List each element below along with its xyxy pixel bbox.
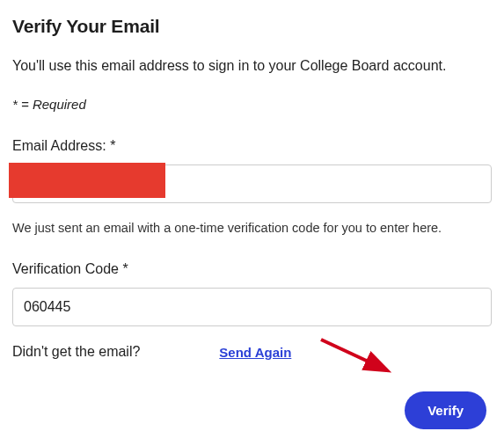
page-title: Verify Your Email xyxy=(12,16,492,37)
email-input-wrap xyxy=(12,165,492,203)
resend-row: Didn't get the email? Send Again xyxy=(12,344,492,360)
redaction-overlay xyxy=(9,163,165,198)
code-input-wrap xyxy=(12,288,492,326)
code-label: Verification Code * xyxy=(12,261,492,277)
verify-row: Verify xyxy=(12,391,492,429)
send-again-link[interactable]: Send Again xyxy=(219,345,291,360)
verification-code-input[interactable] xyxy=(12,288,492,326)
resend-question: Didn't get the email? xyxy=(12,344,140,360)
email-label: Email Address: * xyxy=(12,138,492,154)
verify-button[interactable]: Verify xyxy=(405,391,486,429)
email-helper-text: We just sent an email with a one-time ve… xyxy=(12,221,492,235)
required-note: * = Required xyxy=(12,97,492,112)
subtitle-text: You'll use this email address to sign in… xyxy=(12,58,492,74)
